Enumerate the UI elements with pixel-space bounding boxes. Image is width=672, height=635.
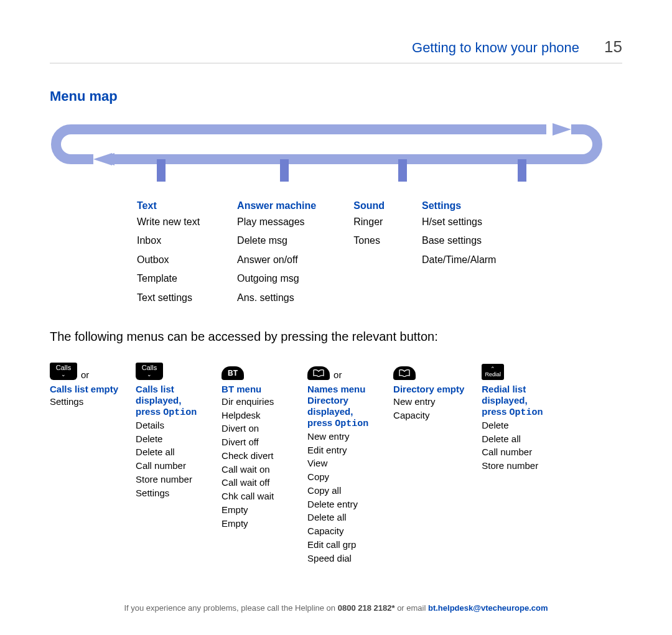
menu-item: Ans. settings [237, 289, 316, 307]
footer-text: or email [395, 603, 428, 613]
chapter-title: Getting to know your phone [412, 40, 579, 56]
col-head: Names menu Directory displayed, press Op… [307, 384, 376, 430]
list-item: Check divert [222, 449, 290, 463]
calls-button-icon: Calls ⌄ [136, 363, 163, 380]
footer-email: bt.helpdesk@vtecheurope.com [428, 603, 548, 613]
or-text: or [81, 369, 89, 380]
chevron-down-icon: ⌄ [61, 372, 66, 378]
page-number: 15 [604, 37, 622, 57]
col-head: Redial list displayed, press Option [482, 384, 550, 419]
col-calls-empty: Calls ⌄ or Calls list empty Settings [50, 361, 118, 409]
menu-item: Inbox [137, 231, 200, 250]
col-head-line: displayed, [307, 406, 353, 417]
col-head-line: Calls list [136, 384, 174, 394]
list-item: Divert off [222, 435, 290, 449]
book-icon [313, 369, 324, 377]
list-item: Delete all [307, 511, 376, 524]
menu-col-head: Text [137, 200, 200, 211]
col-calls-list: Calls ⌄ Calls list displayed, press Opti… [136, 361, 204, 500]
list-item: View [307, 457, 376, 470]
list-item: Delete all [482, 432, 550, 446]
menu-item: Template [137, 269, 200, 288]
calls-button-icon: Calls ⌄ [50, 363, 77, 380]
menu-map-graphic [50, 123, 622, 194]
calls-button-label: Calls [56, 364, 71, 371]
book-button-icon [393, 366, 416, 380]
menu-item: Date/Time/Alarm [422, 251, 496, 269]
col-redial-list: ⌃ Redial Redial list displayed, press Op… [482, 361, 550, 473]
list-item: Copy all [307, 484, 376, 498]
col-names-menu: or Names menu Directory displayed, press… [307, 361, 376, 565]
list-item: Capacity [307, 524, 376, 538]
menu-item: H/set settings [422, 213, 496, 231]
menu-item: Write new text [137, 213, 200, 231]
menu-item: Delete msg [237, 231, 316, 250]
menu-item: Play messages [237, 213, 316, 231]
menu-col-head: Settings [422, 200, 496, 211]
menu-item: Answer on/off [237, 251, 316, 269]
menu-col-answer: Answer machine Play messages Delete msg … [237, 200, 316, 307]
col-head-mono: Option [335, 419, 368, 429]
calls-button-label: Calls [142, 364, 157, 371]
list-item: Speed dial [307, 552, 376, 565]
list-item: Edit call grp [307, 538, 376, 552]
list-item: Capacity [393, 409, 464, 422]
col-head: BT menu [222, 384, 290, 395]
list-item: Call wait on [222, 463, 290, 476]
col-head-mono: Option [509, 407, 543, 418]
or-text: or [334, 369, 342, 380]
col-head: Calls list displayed, press Option [136, 384, 204, 419]
list-item: New entry [307, 430, 376, 443]
menu-col-head: Sound [353, 200, 385, 211]
list-item: Call wait off [222, 476, 290, 489]
col-head: Directory empty [393, 384, 464, 395]
list-item: Store number [136, 473, 204, 486]
redial-button-label: Redial [485, 372, 502, 378]
list-item: Empty [222, 517, 290, 531]
col-bt-menu: BT BT menu Dir enquiries Helpdesk Divert… [222, 361, 290, 531]
list-item: Empty [222, 503, 290, 517]
col-head-line: displayed, [482, 395, 527, 406]
chevron-down-icon: ⌄ [147, 372, 152, 378]
list-item: Dir enquiries [222, 395, 290, 409]
section-title: Menu map [50, 88, 622, 104]
col-head-line: press [482, 406, 509, 417]
svg-rect-7 [280, 159, 289, 182]
col-head: Calls list empty [50, 384, 118, 395]
col-head-line: press [307, 417, 335, 428]
list-item: Call number [482, 445, 550, 459]
svg-rect-8 [398, 159, 407, 182]
book-icon [399, 369, 410, 377]
book-button-icon [307, 366, 330, 380]
menu-item: Ringer [353, 213, 385, 231]
list-item: Details [136, 419, 204, 432]
list-item: Chk call wait [222, 489, 290, 503]
svg-rect-6 [157, 159, 166, 182]
list-item: New entry [393, 395, 464, 409]
col-head-mono: Option [163, 407, 197, 418]
menu-item: Base settings [422, 231, 496, 250]
list-item: Call number [136, 459, 204, 473]
list-item: Store number [482, 459, 550, 473]
menu-item: Outbox [137, 251, 200, 269]
bt-button-icon: BT [222, 366, 244, 380]
footer: If you experience any problems, please c… [0, 603, 672, 613]
list-item: Edit entry [307, 443, 376, 457]
redial-button-icon: ⌃ Redial [482, 364, 504, 380]
menu-columns: Text Write new text Inbox Outbox Templat… [137, 200, 622, 307]
list-item: Delete [136, 432, 204, 446]
footer-text: If you experience any problems, please c… [124, 603, 337, 613]
header-rule [50, 63, 622, 63]
menu-col-text: Text Write new text Inbox Outbox Templat… [137, 200, 200, 307]
menu-col-head: Answer machine [237, 200, 316, 211]
svg-rect-0 [56, 129, 597, 159]
col-head-line: Names menu [307, 384, 365, 394]
button-menu-row: Calls ⌄ or Calls list empty Settings Cal… [50, 361, 622, 565]
col-directory-empty: Directory empty New entry Capacity [393, 361, 464, 422]
list-item: Helpdesk [222, 409, 290, 422]
list-item: Divert on [222, 422, 290, 435]
menu-col-sound: Sound Ringer Tones [353, 200, 385, 307]
list-item: Settings [50, 395, 118, 409]
list-item: Delete entry [307, 498, 376, 511]
col-head-line: Directory [307, 395, 348, 406]
